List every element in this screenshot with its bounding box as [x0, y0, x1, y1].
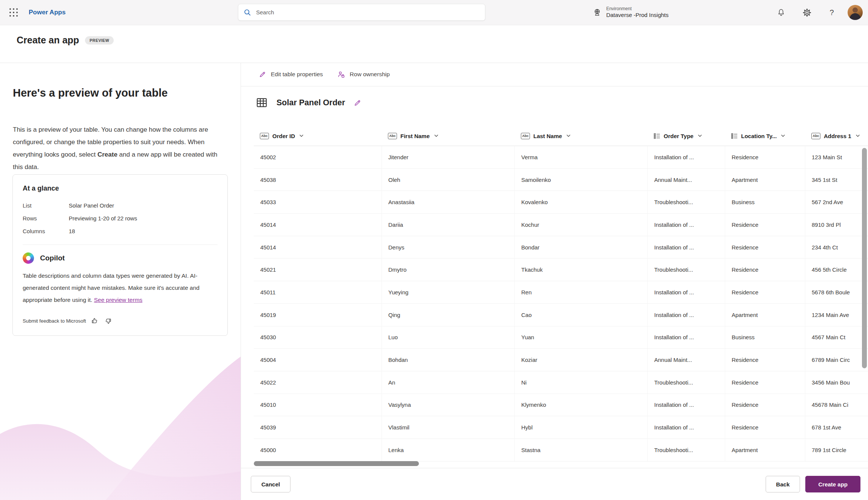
back-button[interactable]: Back: [766, 476, 800, 492]
table-cell: 45019: [254, 304, 382, 326]
table-row[interactable]: 45014DenysBondarInstallation of ...Resid…: [254, 236, 868, 259]
app-name[interactable]: Power Apps: [29, 0, 66, 25]
table-row[interactable]: 45038OlehSamoilenkoAnnual Maint...Apartm…: [254, 169, 868, 191]
table-row[interactable]: 45004BohdanKoziarAnnual Maint...Residenc…: [254, 349, 868, 371]
table-cell: Annual Maint...: [648, 169, 725, 191]
edit-table-properties-button[interactable]: Edit table properties: [259, 71, 323, 78]
environment-label: Environment: [606, 6, 669, 12]
table-row[interactable]: 45022AnNiTroubleshooti...Residence3456 M…: [254, 371, 868, 394]
glance-row-rows: Rows Previewing 1-20 of 22 rows: [23, 212, 218, 225]
table-row[interactable]: 45021DmytroTkachukTroubleshooti...Reside…: [254, 258, 868, 281]
glance-label: List: [23, 199, 69, 212]
table-cell: 45033: [254, 191, 382, 213]
person-lock-icon: [337, 71, 345, 78]
table-cell: Klymenko: [515, 394, 648, 416]
edit-table-properties-label: Edit table properties: [271, 71, 323, 78]
column-header-first-name[interactable]: AbcFirst Name: [382, 126, 515, 145]
search-icon: [244, 9, 251, 16]
preview-badge: PREVIEW: [85, 36, 114, 45]
chevron-down-icon: [299, 134, 304, 137]
glance-value: 18: [69, 225, 75, 238]
table-cell: 45014: [254, 236, 382, 258]
thumb-down-button[interactable]: [103, 316, 113, 326]
table-cell: 456 5th Circle: [805, 258, 868, 281]
notifications-button[interactable]: [774, 5, 789, 20]
help-button[interactable]: ?: [824, 5, 839, 20]
table-cell: Oleh: [382, 169, 515, 191]
account-avatar[interactable]: [848, 5, 863, 20]
search-input[interactable]: [255, 9, 480, 16]
preview-terms-link[interactable]: See preview terms: [94, 297, 142, 303]
table-cell: 45004: [254, 349, 382, 371]
table-cell: Installation of ...: [648, 236, 725, 258]
table-cell: Installation of ...: [648, 326, 725, 349]
row-ownership-button[interactable]: Row ownership: [337, 71, 390, 78]
cancel-button[interactable]: Cancel: [251, 476, 290, 492]
table-icon: [255, 96, 268, 109]
table-cell: 45022: [254, 371, 382, 394]
column-header-label: First Name: [400, 133, 430, 139]
table-row[interactable]: 45030LuoYuanInstallation of ...Business4…: [254, 326, 868, 349]
create-app-button[interactable]: Create app: [805, 476, 860, 492]
table-cell: Apartment: [725, 169, 805, 191]
table-row[interactable]: 45014DariiaKochurInstallation of ...Resi…: [254, 214, 868, 236]
table-cell: Tkachuk: [515, 258, 648, 281]
table-row[interactable]: 45033AnastasiiaKovalenkoTroubleshooti...…: [254, 191, 868, 214]
table-cell: Vasylyna: [382, 394, 515, 416]
column-header-last-name[interactable]: AbcLast Name: [515, 126, 648, 145]
table-cell: An: [382, 371, 515, 394]
panel-heading: Here's a preview of your table: [13, 87, 224, 99]
table-title: Solar Panel Order: [276, 98, 345, 108]
table-cell: 6789 Main Circ: [805, 349, 868, 371]
vertical-scrollbar[interactable]: [862, 148, 867, 368]
column-header-label: Order ID: [272, 133, 295, 139]
table-row[interactable]: 45039VlastimilHyblInstallation of ...Res…: [254, 416, 868, 439]
settings-button[interactable]: [799, 5, 814, 20]
waffle-icon: [9, 8, 18, 17]
table-row[interactable]: 45000LenkaStastnaTroubleshooti...Apartme…: [254, 439, 868, 462]
table-cell: 678 1st Ave: [805, 416, 868, 438]
thumb-up-button[interactable]: [90, 316, 100, 326]
toolbar-divider: [241, 86, 868, 86]
column-header-address-1[interactable]: AbcAddress 1: [805, 126, 868, 145]
table-cell: Samoilenko: [515, 169, 648, 191]
horizontal-scrollbar[interactable]: [254, 461, 419, 466]
chevron-down-icon: [566, 134, 571, 137]
decorative-wave: [0, 357, 241, 500]
app-launcher-button[interactable]: [6, 5, 21, 20]
table-cell: Residence: [725, 394, 805, 416]
search-bar[interactable]: [238, 4, 485, 21]
table-row[interactable]: 45011YueyingRenInstallation of ...Reside…: [254, 281, 868, 304]
summary-panel: Here's a preview of your table This is a…: [0, 63, 241, 500]
chevron-down-icon: [856, 134, 860, 137]
column-header-location-ty[interactable]: Location Ty...: [725, 126, 805, 145]
table-cell: Installation of ...: [648, 146, 725, 168]
table-row[interactable]: 45002JitenderVermaInstallation of ...Res…: [254, 146, 868, 169]
table-cell: 45038: [254, 169, 382, 191]
column-header-order-id[interactable]: AbcOrder ID: [254, 126, 382, 145]
table-cell: Installation of ...: [648, 214, 725, 236]
chevron-down-icon: [781, 134, 785, 137]
table-cell: 1234 Main Ave: [805, 304, 868, 326]
copilot-title: Copilot: [40, 254, 65, 262]
environment-picker[interactable]: Environment Dataverse -Prod Insights: [593, 0, 669, 25]
table-cell: Troubleshooti...: [648, 439, 725, 461]
table-cell: Residence: [725, 258, 805, 281]
table-cell: Residence: [725, 146, 805, 168]
column-header-order-type[interactable]: Order Type: [648, 126, 725, 145]
table-cell: Jitender: [382, 146, 515, 168]
rename-table-button[interactable]: [354, 99, 361, 107]
table-cell: Apartment: [725, 439, 805, 461]
table-cell: Cao: [515, 304, 648, 326]
table-row[interactable]: 45019QingCaoInstallation of ...Apartment…: [254, 304, 868, 326]
table-cell: Bondar: [515, 236, 648, 258]
table-cell: Lenka: [382, 439, 515, 461]
table-cell: 8910 3rd Pl: [805, 214, 868, 236]
table-cell: Apartment: [725, 304, 805, 326]
table-cell: Bohdan: [382, 349, 515, 371]
text-column-icon: Abc: [388, 133, 397, 139]
table-cell: 789 1st Circle: [805, 439, 868, 461]
table-row[interactable]: 45010VasylynaKlymenkoInstallation of ...…: [254, 394, 868, 417]
table-cell: Residence: [725, 281, 805, 303]
panel-divider: [241, 63, 241, 500]
